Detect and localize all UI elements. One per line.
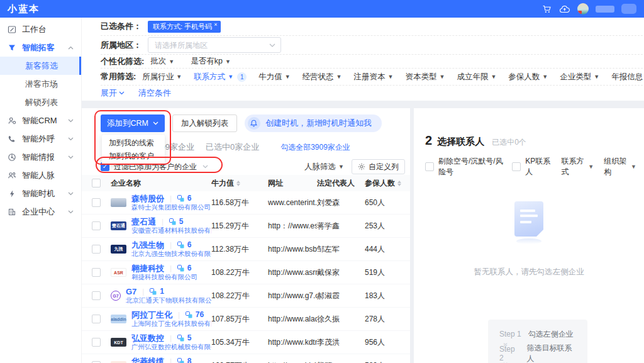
- select-all-link[interactable]: 勾选全部3909家企业: [280, 142, 350, 153]
- sidebar-item-smart-intelligence[interactable]: 智能情报: [0, 148, 81, 166]
- company-name-link[interactable]: G7: [126, 287, 136, 296]
- region-input[interactable]: [153, 40, 265, 50]
- row-checkbox[interactable]: [92, 315, 101, 323]
- row-checkbox[interactable]: [92, 245, 101, 254]
- user-avatar[interactable]: [577, 3, 589, 14]
- filter-founding-years[interactable]: 成立年限▼: [457, 72, 496, 82]
- company-full-name-link[interactable]: 北京九强生物技术股份有限公司: [131, 250, 211, 258]
- contact-method-dropdown[interactable]: 联系方式▼: [561, 156, 594, 177]
- region-label: 所属地区：: [101, 40, 142, 51]
- contact-count[interactable]: 5: [179, 217, 184, 226]
- filter-company-type[interactable]: 企业类型▼: [560, 72, 599, 82]
- table-row[interactable]: G7 G7｜1 北京汇通天下物联科技有限公司 108.22万牛 http://w…: [82, 284, 410, 308]
- row-checkbox[interactable]: [92, 291, 101, 300]
- select-all-checkbox[interactable]: [92, 179, 101, 187]
- company-name-link[interactable]: 弘亚数控: [131, 333, 164, 343]
- sort-icon[interactable]: [236, 181, 240, 186]
- dropdown-option-my-customers[interactable]: 加到我的客户: [102, 150, 165, 163]
- region-select[interactable]: [148, 37, 281, 53]
- clear-conditions-link[interactable]: 清空条件: [138, 87, 171, 99]
- caret-down-icon: ▼: [594, 74, 599, 80]
- contact-count[interactable]: 6: [187, 264, 192, 273]
- contact-count[interactable]: 1: [160, 287, 164, 296]
- kp-contact-checkbox[interactable]: [512, 162, 521, 171]
- close-icon[interactable]: ×: [214, 22, 217, 28]
- sidebar-item-smart-connections[interactable]: 智能人脉: [0, 166, 81, 184]
- filter-insured-count[interactable]: 参保人数▼: [508, 72, 548, 82]
- company-name-link[interactable]: 翱捷科技: [131, 264, 164, 273]
- user-menu-redacted[interactable]: [621, 4, 636, 14]
- filter-label: 批次: [150, 56, 166, 67]
- contacts-icon: [177, 242, 184, 249]
- table-row[interactable]: 华菱 华菱线缆｜8 湖南华菱线缆股份有限公司 102.77万牛 http://w…: [82, 354, 410, 363]
- org-structure-dropdown[interactable]: 组织架构▼: [604, 156, 636, 177]
- company-full-name-link[interactable]: 安徽壹石通材料科技股份有限公司: [131, 226, 211, 235]
- cloud-sync-icon[interactable]: [559, 5, 570, 13]
- company-url: http://www.g7.com.: [268, 291, 317, 300]
- contact-count[interactable]: 5: [187, 333, 192, 343]
- exclude-invalid-checkbox[interactable]: [425, 162, 434, 171]
- company-name-link[interactable]: 森特股份: [131, 194, 164, 203]
- company-list-panel: 添加到CRM 加入解锁列表 创建时机，新增时机时通知我 加: [82, 108, 410, 363]
- filter-industry[interactable]: 所属行业▼: [142, 72, 182, 82]
- filter-contact-method[interactable]: 联系方式▼1: [194, 72, 247, 82]
- niuli-value: 108.22万牛: [211, 267, 268, 278]
- company-full-name-link[interactable]: 森特士兴集团股份有限公司: [131, 203, 211, 211]
- join-unlock-list-button[interactable]: 加入解锁列表: [172, 114, 237, 132]
- sidebar-item-smart-outbound-call[interactable]: 智能外呼: [0, 130, 81, 148]
- table-row[interactable]: 森特股份｜6 森特士兴集团股份有限公司 116.58万牛 www.centeri…: [82, 191, 410, 215]
- chevron-down-icon: [68, 119, 74, 123]
- filter-operating-status[interactable]: 经营状态▼: [303, 72, 342, 82]
- filter-annual-report[interactable]: 年报信息▼: [611, 72, 644, 82]
- row-checkbox[interactable]: [92, 268, 101, 277]
- sort-icon[interactable]: [397, 181, 401, 186]
- filter-registered-capital[interactable]: 注册资本▼: [354, 72, 394, 82]
- cart-icon[interactable]: [542, 4, 552, 14]
- sidebar-item-label: 企业中心: [22, 206, 55, 218]
- company-name-link[interactable]: 九强生物: [131, 240, 164, 250]
- table-row[interactable]: ASR 翱捷科技｜6 翱捷科技股份有限公司 108.22万牛 http://ww…: [82, 261, 410, 284]
- row-checkbox[interactable]: [92, 221, 101, 230]
- chevron-down-icon[interactable]: [203, 165, 208, 169]
- sidebar-item-smart-crm[interactable]: 智能CRM: [0, 111, 81, 130]
- sidebar-item-unlock-list[interactable]: 解锁列表: [0, 93, 81, 111]
- contact-count[interactable]: 6: [187, 240, 192, 250]
- filter-capital-type[interactable]: 资本类型▼: [405, 72, 445, 82]
- sidebar-item-enterprise-center[interactable]: 企业中心: [0, 203, 81, 221]
- legal-rep: 刘爱森: [317, 198, 365, 208]
- custom-columns-button[interactable]: 自定义列: [352, 159, 405, 174]
- create-moment-pill[interactable]: 创建时机，新增时机时通知我: [245, 114, 382, 132]
- row-checkbox[interactable]: [92, 198, 101, 207]
- table-row[interactable]: aladdin 阿拉丁生化｜76 上海阿拉丁生化科技股份有限公司 107.85万…: [82, 308, 410, 331]
- company-name-link[interactable]: 华菱线缆: [131, 357, 164, 363]
- sidebar-item-smart-prospecting[interactable]: 智能拓客: [0, 38, 81, 57]
- table-row[interactable]: 壹石通 壹石通｜5 安徽壹石通材料科技股份有限公司 115.29万牛 http：…: [82, 215, 410, 238]
- filter-has-kp[interactable]: 是否有kp▼: [191, 56, 231, 67]
- step-item: Step 1 勾选左侧企业: [499, 329, 576, 339]
- contact-count[interactable]: 76: [196, 310, 204, 320]
- document-icon: [514, 201, 543, 237]
- company-name-link[interactable]: 壹石通: [131, 217, 156, 226]
- company-full-name-link[interactable]: 北京汇通天下物联科技有限公司: [126, 296, 211, 304]
- dropdown-option-my-leads[interactable]: 加到我的线索: [102, 137, 165, 150]
- filter-niuli[interactable]: 牛力值▼: [258, 72, 290, 82]
- caret-down-icon: ▼: [169, 59, 174, 65]
- table-row[interactable]: KDT 弘亚数控｜5 广州弘亚数控机械股份有限公司 105.34万牛 http:…: [82, 331, 410, 354]
- selected-condition-tag[interactable]: 联系方式: 手机号码 ×: [148, 21, 221, 33]
- contact-count[interactable]: 8: [187, 357, 192, 363]
- filter-batch[interactable]: 批次▼: [150, 56, 174, 67]
- sidebar-item-workbench[interactable]: 工作台: [0, 20, 81, 38]
- contact-filter-dropdown[interactable]: 人脉筛选▼: [304, 162, 344, 172]
- sidebar-item-smart-timing[interactable]: 智能时机: [0, 184, 81, 203]
- expand-filters-link[interactable]: 展开: [101, 87, 125, 99]
- add-to-crm-button[interactable]: 添加到CRM: [101, 114, 165, 132]
- row-checkbox[interactable]: [92, 338, 101, 347]
- company-full-name-link[interactable]: 上海阿拉丁生化科技股份有限公司: [131, 320, 211, 328]
- company-full-name-link[interactable]: 广州弘亚数控机械股份有限公司: [131, 343, 211, 351]
- table-row[interactable]: 九强 九强生物｜6 北京九强生物技术股份有限公司 112.38万牛 http:/…: [82, 238, 410, 261]
- company-name-link[interactable]: 阿拉丁生化: [131, 310, 172, 320]
- contact-count[interactable]: 6: [187, 194, 192, 203]
- company-full-name-link[interactable]: 翱捷科技股份有限公司: [131, 273, 197, 281]
- sidebar-item-prospect-market[interactable]: 潜客市场: [0, 75, 81, 93]
- sidebar-item-new-customer-filter[interactable]: 新客筛选: [0, 57, 81, 75]
